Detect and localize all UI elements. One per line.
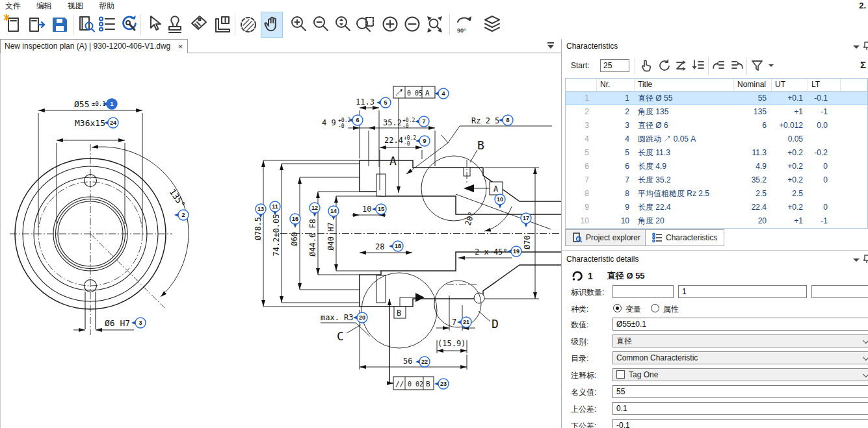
dim-m36[interactable]: M36x15 — [75, 118, 105, 128]
balloon-11[interactable]: 11 — [270, 201, 280, 216]
zoom-fit-button[interactable] — [423, 12, 445, 38]
nominal-input[interactable] — [612, 385, 868, 398]
insert-before-button[interactable] — [711, 57, 728, 74]
zoom-in-button[interactable] — [288, 12, 310, 38]
table-row[interactable]: 44圆跳动 ↗ 0.05 A0.05 — [566, 132, 867, 146]
balloon-19[interactable]: 19 — [507, 246, 521, 257]
zoom-selected-button[interactable] — [332, 12, 354, 38]
table-row[interactable]: 66长度 4.94.9+0.20 — [566, 160, 867, 173]
project-explorer-button[interactable] — [75, 12, 98, 38]
table-row[interactable]: 88平均值粗糙度 Rz 2.52.52.5 — [566, 187, 867, 201]
table-row[interactable]: 77长度 35.235.2+0.20 — [566, 173, 867, 187]
details-collapse-icon[interactable] — [853, 258, 860, 262]
balloon-3[interactable]: 3 — [131, 318, 146, 328]
characteristics-list-button[interactable] — [96, 12, 118, 38]
balloon-6[interactable]: 6 — [349, 115, 363, 125]
balloon-4[interactable]: 4 — [434, 88, 449, 99]
dim-224[interactable]: 22.4 +0.2 -0 — [380, 135, 422, 190]
col-title[interactable]: Title — [635, 79, 734, 91]
renumber-button[interactable] — [656, 57, 673, 74]
balloon-12[interactable]: 12 — [309, 203, 320, 217]
balloon-13[interactable]: 13 — [256, 204, 266, 218]
increase-button[interactable] — [379, 12, 401, 38]
sigma-summary[interactable]: Σ — [860, 59, 866, 70]
balloon-5[interactable]: 5 — [376, 97, 391, 108]
open-inspection-plan-button[interactable] — [25, 12, 47, 38]
balloon-2[interactable]: 2 — [174, 210, 189, 220]
dimension-stamp-tool-button[interactable] — [211, 12, 233, 38]
balloon-7[interactable]: 7 — [415, 116, 429, 127]
balloon-10[interactable]: 10 — [495, 194, 505, 208]
tab-characteristics[interactable]: Characteristics — [645, 229, 724, 246]
stamp-tool-button[interactable] — [164, 12, 186, 38]
balloon-20[interactable]: 20 — [353, 312, 367, 323]
balloon-8[interactable]: 8 — [499, 115, 513, 125]
table-row[interactable]: 99长度 22.422.4+0.20 — [566, 201, 867, 214]
zoom-out-button[interactable] — [310, 12, 332, 38]
catalog-select[interactable]: Common Characteristic — [612, 351, 868, 364]
table-row[interactable]: 33直径 Ø 66+0.0120.0 — [566, 119, 867, 132]
decrease-button[interactable] — [401, 12, 423, 38]
lower-tol-input[interactable] — [612, 419, 868, 428]
col-nominal[interactable]: Nominal — [734, 79, 772, 91]
dim-159[interactable]: (15.9) — [437, 339, 467, 353]
layers-button[interactable] — [481, 12, 503, 38]
filter-dropdown-icon[interactable] — [769, 64, 774, 67]
panel-pin-icon[interactable] — [863, 42, 868, 51]
col-ut[interactable]: UT — [772, 79, 808, 91]
save-button[interactable] — [49, 12, 71, 38]
dim-113[interactable]: 11.3 — [356, 97, 379, 167]
zoom-window-button[interactable] — [354, 12, 376, 38]
pan-tool-button[interactable] — [261, 12, 283, 38]
id-qty-input-2[interactable] — [678, 285, 807, 298]
plan-settings-button[interactable] — [118, 12, 140, 38]
table-row[interactable]: 1010角度 2020+1-1 — [566, 214, 867, 228]
rotate-90-button[interactable]: 90° — [453, 12, 479, 38]
new-inspection-plan-button[interactable] — [1, 12, 23, 38]
tag-select[interactable]: Tag One — [612, 368, 868, 381]
tag-checkbox[interactable] — [616, 370, 625, 379]
value-input[interactable] — [612, 318, 868, 331]
id-qty-input-1[interactable] — [612, 285, 674, 298]
drawing-canvas[interactable]: Ø55 ±0.1 M36x15 135° Ø6 H7 B C D — [0, 53, 560, 428]
col-lt[interactable]: LT — [808, 79, 841, 91]
balloon-21[interactable]: 21 — [457, 317, 471, 327]
dim-28[interactable]: 28 — [360, 242, 412, 253]
panel-collapse-icon[interactable] — [853, 45, 860, 49]
tab-close-icon[interactable]: × — [178, 40, 183, 53]
resequence-button[interactable] — [673, 57, 690, 74]
select-tool-button[interactable] — [142, 12, 164, 38]
kind-attribute-radio[interactable] — [651, 304, 659, 312]
filter-button[interactable] — [749, 57, 766, 74]
balloon-22[interactable]: 22 — [415, 357, 430, 367]
sort-list-button[interactable] — [690, 57, 707, 74]
tag-tool-button[interactable] — [188, 12, 210, 38]
balloon-16[interactable]: 16 — [290, 214, 300, 228]
datum-a[interactable]: A — [464, 182, 503, 195]
datum-b[interactable]: B — [394, 293, 425, 318]
pick-characteristic-button[interactable] — [638, 57, 655, 74]
balloon-14[interactable]: 14 — [328, 206, 339, 220]
tab-list-dropdown[interactable] — [547, 42, 555, 50]
dim-chamfer[interactable]: 2 x 45° — [458, 247, 512, 258]
id-qty-input-3[interactable] — [811, 285, 868, 298]
dim-d6[interactable]: Ø6 H7 — [105, 318, 130, 328]
col-nr[interactable]: Nr. — [597, 79, 635, 91]
table-row[interactable]: 11直径 Ø 5555+0.1-0.1 — [566, 92, 867, 105]
region-tool-button[interactable] — [237, 12, 259, 38]
dim-d55[interactable]: Ø55 ±0.1 — [74, 99, 106, 109]
table-row[interactable]: 55长度 11.311.3+0.2-0.2 — [566, 146, 867, 160]
level-select[interactable]: 直径 — [612, 334, 868, 347]
balloon-17[interactable]: 17 — [521, 213, 531, 227]
start-number-input[interactable] — [600, 59, 629, 72]
document-tab[interactable]: New inspection plan (A) | 930-1200-406-V… — [0, 39, 188, 53]
upper-tol-input[interactable] — [612, 402, 868, 415]
kind-variable-radio[interactable] — [613, 304, 622, 312]
table-row[interactable]: 22角度 135135+1-1 — [566, 105, 867, 119]
balloon-15[interactable]: 15 — [372, 204, 386, 214]
balloon-18[interactable]: 18 — [389, 241, 403, 251]
details-pin-icon[interactable] — [863, 255, 868, 264]
balloon-9[interactable]: 9 — [415, 136, 430, 146]
balloon-23[interactable]: 23 — [434, 379, 449, 389]
tab-project-explorer[interactable]: Project explorer — [565, 229, 648, 246]
